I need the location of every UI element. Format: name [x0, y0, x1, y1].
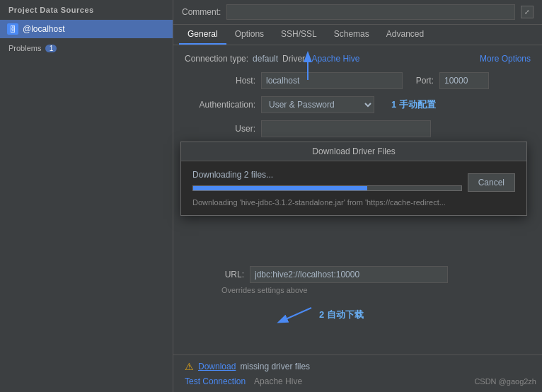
apache-hive-label: Apache Hive	[254, 376, 302, 386]
annotation1-arrow-area	[287, 48, 329, 86]
problems-section: Problems 1	[0, 38, 173, 58]
csdn-label: CSDN @gaog2zh	[474, 376, 536, 386]
download-detail: Downloading 'hive-jdbc-3.1.2-standalone.…	[192, 198, 515, 207]
progress-text: Downloading 2 files...	[192, 170, 462, 180]
sidebar-item-localhost[interactable]: 🗄 @localhost	[0, 20, 173, 38]
problems-label: Problems	[8, 44, 41, 52]
conn-type-label: Connection type:	[185, 54, 248, 64]
host-row: Host: Port:	[185, 72, 531, 89]
progress-bar-wrap: Downloading 2 files...	[192, 170, 462, 195]
url-helper: Overrides settings above	[221, 286, 531, 294]
dialog-title: Download Driver Files	[181, 142, 526, 161]
progress-bar-fill	[193, 186, 367, 190]
user-label: User:	[185, 124, 255, 134]
csdn-text: CSDN @gaog2zh	[474, 377, 536, 386]
test-connection-link[interactable]: Test Connection	[185, 376, 246, 386]
host-input[interactable]	[261, 72, 403, 89]
host-label: Host:	[185, 76, 255, 86]
download-link[interactable]: Download	[198, 362, 236, 371]
bottom-section: ⚠ Download missing driver files Test Con…	[173, 354, 542, 392]
tab-schemas[interactable]: Schemas	[325, 25, 378, 45]
expand-button[interactable]: ⤢	[521, 6, 534, 18]
problems-badge: 1	[45, 45, 57, 52]
tab-options[interactable]: Options	[226, 25, 272, 45]
sidebar: Project Data Sources 🗄 @localhost Proble…	[0, 0, 173, 392]
auth-label: Authentication:	[185, 100, 255, 110]
url-section: URL: Overrides settings above	[173, 266, 542, 294]
comment-label: Comment:	[182, 7, 221, 17]
progress-row: Downloading 2 files... Cancel	[192, 170, 515, 195]
more-options-link[interactable]: More Options	[480, 54, 531, 64]
cancel-button[interactable]: Cancel	[468, 173, 515, 192]
comment-input[interactable]	[226, 4, 515, 20]
download-suffix: missing driver files	[240, 362, 310, 371]
tab-general[interactable]: General	[179, 25, 226, 45]
dialog-body: Downloading 2 files... Cancel Downloadin…	[181, 161, 526, 215]
port-label: Port:	[408, 76, 434, 86]
download-dialog: Download Driver Files Downloading 2 file…	[180, 142, 527, 216]
url-input[interactable]	[250, 266, 448, 283]
annotation1-label: 1 手动配置	[391, 98, 436, 111]
user-input[interactable]	[261, 120, 431, 137]
url-row: URL:	[173, 266, 531, 283]
main-panel: Comment: ⤢ General Options SSH/SSL Schem…	[173, 0, 542, 392]
content-panel: Connection type: default Driver: Apache …	[173, 45, 542, 153]
user-row: User:	[185, 120, 531, 137]
download-row: ⚠ Download missing driver files	[185, 361, 531, 372]
database-icon: 🗄	[7, 23, 18, 35]
auth-select[interactable]: User & Password	[261, 96, 374, 113]
tab-advanced[interactable]: Advanced	[378, 25, 432, 45]
arrow1-icon	[287, 48, 329, 83]
annotation2-label: 2 自动下载	[319, 309, 364, 321]
connection-type-row: Connection type: default Driver: Apache …	[185, 54, 531, 64]
tabs-bar: General Options SSH/SSL Schemas Advanced	[173, 25, 542, 45]
port-input[interactable]	[439, 72, 489, 89]
warning-icon: ⚠	[185, 361, 194, 372]
url-label: URL:	[173, 270, 244, 279]
top-bar: Comment: ⤢	[173, 0, 542, 25]
annotation2-area: 2 自动下载	[272, 304, 364, 325]
arrow2-icon	[272, 304, 315, 325]
auth-row: Authentication: User & Password 1 手动配置	[185, 96, 531, 113]
sidebar-title: Project Data Sources	[0, 0, 173, 20]
progress-bar-container	[192, 185, 462, 191]
conn-type-value: default	[253, 54, 278, 64]
tab-ssh-ssl[interactable]: SSH/SSL	[272, 25, 325, 45]
sidebar-item-label: @localhost	[23, 24, 65, 34]
svg-line-1	[279, 308, 311, 322]
